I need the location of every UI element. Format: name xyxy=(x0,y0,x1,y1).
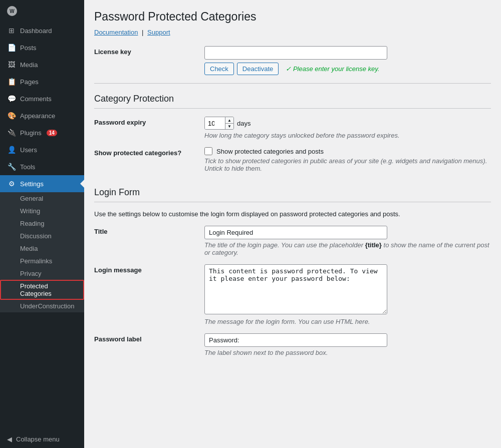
password-label-description: The label shown next to the password box… xyxy=(204,349,491,356)
settings-submenu: General Writing Reading Discussion Media… xyxy=(0,192,84,312)
sidebar-item-label: Media xyxy=(20,61,38,69)
support-link[interactable]: Support xyxy=(147,29,170,36)
show-protected-checkbox-label[interactable]: Show protected categories and posts xyxy=(216,148,324,155)
sidebar-item-label: Tools xyxy=(20,163,35,171)
plugins-badge: 14 xyxy=(47,130,57,136)
license-message: ✓ Please enter your license key. xyxy=(286,65,379,73)
sidebar-item-appearance[interactable]: 🎨 Appearance xyxy=(0,107,84,124)
category-protection-section: Category Protection Password expiry ▲ ▼ … xyxy=(94,94,491,172)
login-form-title: Login Form xyxy=(94,187,491,202)
title-field-label: Title xyxy=(94,226,204,235)
show-protected-row: Show protected categories? Show protecte… xyxy=(94,147,491,172)
wp-logo-area: W xyxy=(0,0,84,22)
license-label: License key xyxy=(94,46,204,56)
submenu-media[interactable]: Media xyxy=(0,242,84,255)
password-label-input[interactable] xyxy=(204,333,387,347)
title-description: The title of the login page. You can use… xyxy=(204,241,491,256)
sidebar-item-settings[interactable]: ⚙ Settings xyxy=(0,175,84,192)
password-label-field: The label shown next to the password box… xyxy=(204,333,491,356)
sidebar-item-posts[interactable]: 📄 Posts xyxy=(0,39,84,56)
spinner-down-button[interactable]: ▼ xyxy=(225,123,233,129)
login-message-field: The message for the login form. You can … xyxy=(204,264,491,325)
license-field: Check Deactivate ✓ Please enter your lic… xyxy=(204,46,491,75)
password-expiry-description: How long the category stays unlocked bef… xyxy=(204,132,491,139)
sidebar-item-label: Appearance xyxy=(20,112,55,120)
title-placeholder-var: {title} xyxy=(365,241,382,249)
settings-icon: ⚙ xyxy=(7,179,16,188)
title-desc-before: The title of the login page. You can use… xyxy=(204,241,365,249)
password-expiry-field: ▲ ▼ days How long the category stays unl… xyxy=(204,117,491,139)
title-field-field: The title of the login page. You can use… xyxy=(204,226,491,256)
sidebar-item-dashboard[interactable]: ⊞ Dashboard xyxy=(0,22,84,39)
title-input[interactable] xyxy=(204,226,387,239)
password-expiry-row: Password expiry ▲ ▼ days How long the ca… xyxy=(94,117,491,139)
show-protected-description: Tick to show protected categories in pub… xyxy=(204,157,491,172)
sidebar-item-label: Plugins xyxy=(20,129,42,137)
login-message-row: Login message The message for the login … xyxy=(94,264,491,325)
comments-icon: 💬 xyxy=(7,94,16,103)
collapse-menu-button[interactable]: ◀ Collapse menu xyxy=(0,430,84,448)
spinner-up-button[interactable]: ▲ xyxy=(225,117,233,123)
sidebar-item-media[interactable]: 🖼 Media xyxy=(0,56,84,73)
submenu-writing[interactable]: Writing xyxy=(0,205,84,217)
doc-links: Documentation | Support xyxy=(94,29,491,36)
doc-separator: | xyxy=(142,29,143,36)
number-input-wrap: ▲ ▼ xyxy=(204,117,234,130)
submenu-underconstruction[interactable]: UnderConstruction xyxy=(0,300,84,312)
plugins-icon: 🔌 xyxy=(7,128,16,137)
submenu-permalinks[interactable]: Permalinks xyxy=(0,255,84,267)
password-label-row: Password label The label shown next to t… xyxy=(94,333,491,356)
spinner-buttons: ▲ ▼ xyxy=(225,117,233,129)
users-icon: 👤 xyxy=(7,145,16,154)
login-message-label: Login message xyxy=(94,264,204,274)
sidebar-item-label: Dashboard xyxy=(20,27,52,35)
license-key-input[interactable] xyxy=(204,46,387,60)
sidebar-item-comments[interactable]: 💬 Comments xyxy=(0,90,84,107)
pages-icon: 📋 xyxy=(7,77,16,86)
dashboard-icon: ⊞ xyxy=(7,26,16,35)
collapse-icon: ◀ xyxy=(7,435,12,443)
deactivate-button[interactable]: Deactivate xyxy=(237,63,279,75)
submenu-reading[interactable]: Reading xyxy=(0,217,84,230)
main-content: Password Protected Categories Documentat… xyxy=(84,0,501,448)
password-label-label: Password label xyxy=(94,333,204,343)
submenu-protected-categories[interactable]: Protected Categories xyxy=(0,280,84,300)
sidebar-item-label: Posts xyxy=(20,44,37,52)
days-label: days xyxy=(237,120,250,127)
documentation-link[interactable]: Documentation xyxy=(94,29,138,36)
license-row: License key Check Deactivate ✓ Please en… xyxy=(94,46,491,75)
check-button[interactable]: Check xyxy=(204,63,234,75)
sidebar-item-pages[interactable]: 📋 Pages xyxy=(0,73,84,90)
submenu-privacy[interactable]: Privacy xyxy=(0,267,84,280)
license-btn-group: Check Deactivate ✓ Please enter your lic… xyxy=(204,63,491,75)
login-form-section: Login Form Use the settings below to cus… xyxy=(94,187,491,356)
title-field-row: Title The title of the login page. You c… xyxy=(94,226,491,256)
media-icon: 🖼 xyxy=(7,60,16,69)
submenu-discussion[interactable]: Discussion xyxy=(0,230,84,242)
active-arrow xyxy=(80,180,84,188)
sidebar-item-tools[interactable]: 🔧 Tools xyxy=(0,158,84,175)
show-protected-checkbox[interactable] xyxy=(204,147,212,155)
sidebar-item-users[interactable]: 👤 Users xyxy=(0,141,84,158)
posts-icon: 📄 xyxy=(7,43,16,52)
show-protected-checkbox-row: Show protected categories and posts xyxy=(204,147,491,155)
login-message-description: The message for the login form. You can … xyxy=(204,318,491,325)
wp-logo-icon: W xyxy=(7,6,17,16)
password-expiry-input[interactable] xyxy=(205,117,225,129)
login-form-intro: Use the settings below to customise the … xyxy=(94,210,491,218)
login-message-textarea[interactable] xyxy=(204,264,387,314)
show-protected-field: Show protected categories and posts Tick… xyxy=(204,147,491,172)
spinner-input: ▲ ▼ days xyxy=(204,117,491,130)
sidebar-item-label: Users xyxy=(20,146,37,154)
tools-icon: 🔧 xyxy=(7,162,16,171)
sidebar: W ⊞ Dashboard 📄 Posts 🖼 Media 📋 Pages 💬 … xyxy=(0,0,84,448)
page-title: Password Protected Categories xyxy=(94,10,491,24)
submenu-general[interactable]: General xyxy=(0,192,84,205)
sidebar-item-label: Settings xyxy=(20,180,44,188)
sidebar-item-label: Pages xyxy=(20,78,39,86)
sidebar-item-label: Comments xyxy=(20,95,52,103)
category-protection-title: Category Protection xyxy=(94,94,491,109)
appearance-icon: 🎨 xyxy=(7,111,16,120)
sidebar-item-plugins[interactable]: 🔌 Plugins 14 xyxy=(0,124,84,141)
password-expiry-label: Password expiry xyxy=(94,117,204,126)
